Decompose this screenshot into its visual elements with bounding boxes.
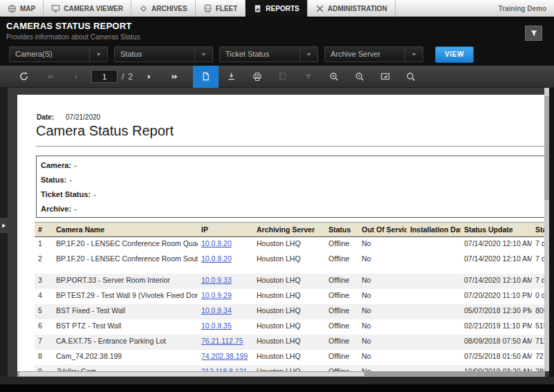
cell-duration: 727 d	[532, 350, 545, 365]
criteria-line: Status:-	[41, 176, 545, 184]
dropdown-arrow-button[interactable]	[89, 47, 107, 62]
table-header-row: #Camera NameIPArchiving ServerStatusOut …	[35, 223, 545, 237]
cell-name: JValley Cam	[53, 365, 198, 371]
cell-install	[407, 237, 461, 253]
tab-label: ARCHIVES	[151, 5, 187, 12]
cell-install	[407, 335, 461, 350]
tab-administration[interactable]: ADMINISTRATION	[308, 0, 396, 17]
next-page-button[interactable]	[136, 66, 162, 88]
criteria-value: -	[69, 176, 72, 184]
cell-name: BP.TEST.29 - Test Wall 9 (Vivotek Fixed …	[53, 289, 198, 304]
column-header-status: Status	[325, 223, 358, 237]
tab-map[interactable]: MAP	[0, 0, 44, 17]
dropdown-archive-server[interactable]: Archive Server	[324, 46, 423, 62]
column-header-: #	[35, 223, 53, 237]
vertical-scrollbar-thumb[interactable]	[544, 96, 549, 200]
table-row: 9JValley Cam212.118.8.121Houston LHQOffl…	[35, 365, 545, 371]
cell-server: Houston LHQ	[253, 365, 325, 371]
expand-panel-arrow[interactable]	[0, 218, 8, 233]
report-page: Date:07/21/2020 Camera Status Report Cam…	[17, 95, 545, 371]
dropdown-label: Archive Server	[325, 47, 405, 62]
double-right-arrow-icon	[171, 73, 179, 81]
cell-ip: 76.21.112.75	[198, 335, 253, 350]
dropdown-camera-s[interactable]: Camera(S)	[9, 46, 108, 62]
caret-down-icon	[95, 50, 102, 58]
cell-status: Offline	[325, 252, 358, 274]
single-page-view-button[interactable]	[193, 66, 219, 88]
fit-to-window-button[interactable]	[372, 66, 398, 88]
top-navigation-bar: MAPCAMERA VIEWERARCHIVESFLEETREPORTSADMI…	[0, 0, 554, 18]
cell-update: 08/09/2018 07:50 AM	[461, 335, 532, 350]
ip-link[interactable]: 10.0.9.20	[201, 254, 232, 263]
zoom-in-button[interactable]	[321, 66, 347, 88]
viewer-toolbar: /2	[0, 66, 554, 88]
column-header-statu: Statu	[532, 223, 545, 237]
page-number-input[interactable]	[91, 70, 118, 83]
caret-down-icon	[305, 50, 313, 58]
dropdown-arrow-button[interactable]	[299, 47, 317, 62]
tab-archives[interactable]: ARCHIVES	[131, 0, 196, 17]
ip-link[interactable]: 10.0.9.20	[201, 239, 232, 248]
cell-server: Houston LHQ	[253, 304, 325, 319]
cell-update: 05/07/2018 12:30 PM	[461, 304, 532, 319]
dropdown-arrow-button[interactable]	[194, 47, 212, 62]
printer-icon	[252, 72, 262, 82]
funnel-icon	[304, 73, 313, 81]
screen-icon	[380, 72, 390, 82]
cell-install	[407, 252, 461, 274]
report-viewer: /2 Date:07/21/2020 Camera Status Report …	[0, 66, 554, 384]
ip-link[interactable]: 10.0.9.29	[201, 291, 232, 299]
double-left-arrow-icon	[46, 73, 54, 81]
cell-ip: 10.0.9.34	[198, 304, 253, 319]
criteria-label: Status:	[41, 176, 66, 184]
ip-link[interactable]: 10.0.9.35	[201, 321, 232, 330]
page-title: CAMERAS STATUS REPORT	[6, 21, 554, 31]
dropdown-label: Ticket Status	[220, 47, 299, 62]
ip-link[interactable]: 74.202.38.199	[201, 352, 248, 360]
dropdown-ticket-status[interactable]: Ticket Status	[219, 46, 318, 62]
funnel-icon	[530, 29, 538, 37]
title-divider	[36, 146, 545, 147]
refresh-button[interactable]	[11, 66, 37, 88]
tab-reports[interactable]: REPORTS	[246, 0, 307, 17]
horizontal-scrollbar-thumb[interactable]	[19, 372, 364, 376]
tab-camera-viewer[interactable]: CAMERA VIEWER	[44, 0, 131, 17]
search-button[interactable]	[398, 66, 423, 88]
ip-link[interactable]: 10.0.9.33	[201, 276, 232, 284]
cell-num: 7	[35, 335, 53, 350]
table-row: 3BP.PORT.33 - Server Room Interior10.0.9…	[35, 274, 545, 289]
vertical-scrollbar[interactable]	[544, 88, 549, 371]
prev-page-button	[62, 66, 88, 88]
dropdown-arrow-button[interactable]	[405, 47, 423, 62]
download-button[interactable]	[219, 66, 244, 88]
cell-name: BP.PORT.33 - Server Room Interior	[53, 274, 198, 289]
left-arrow-icon	[71, 73, 80, 81]
criteria-label: Ticket Status:	[41, 190, 91, 198]
ip-link[interactable]: 76.21.112.75	[201, 337, 243, 345]
ip-link[interactable]: 10.0.9.34	[201, 306, 232, 315]
cell-install	[407, 319, 461, 335]
filter-bar: Camera(S)StatusTicket StatusArchive Serv…	[0, 43, 554, 66]
cell-ip: 74.202.38.199	[198, 350, 253, 365]
horizontal-scrollbar[interactable]	[17, 371, 545, 377]
criteria-label: Archive:	[41, 205, 71, 213]
table-row: 8Cam_74.202.38.19974.202.38.199Houston L…	[35, 350, 545, 365]
cell-duration: 7 day	[532, 252, 545, 274]
dropdown-status[interactable]: Status	[114, 46, 213, 62]
report-date-line: Date:07/21/2020	[37, 113, 100, 121]
cell-server: Houston LHQ	[253, 274, 325, 289]
column-header-status-update: Status Update	[461, 223, 532, 237]
right-arrow-icon	[145, 73, 154, 81]
zoom-out-button[interactable]	[347, 66, 372, 88]
print-button[interactable]	[244, 66, 270, 88]
cell-name: BST Fixed - Test Wall	[53, 304, 198, 319]
cell-num: 1	[35, 237, 53, 253]
view-button[interactable]: VIEW	[435, 46, 474, 63]
last-page-button[interactable]	[162, 66, 187, 88]
play-right-icon	[1, 223, 7, 229]
bottom-bar	[0, 384, 554, 392]
tab-fleet[interactable]: FLEET	[196, 0, 246, 17]
header-filter-button[interactable]	[525, 26, 542, 41]
cell-server: Houston LHQ	[253, 335, 325, 350]
cell-duration: 0 day	[532, 289, 545, 304]
